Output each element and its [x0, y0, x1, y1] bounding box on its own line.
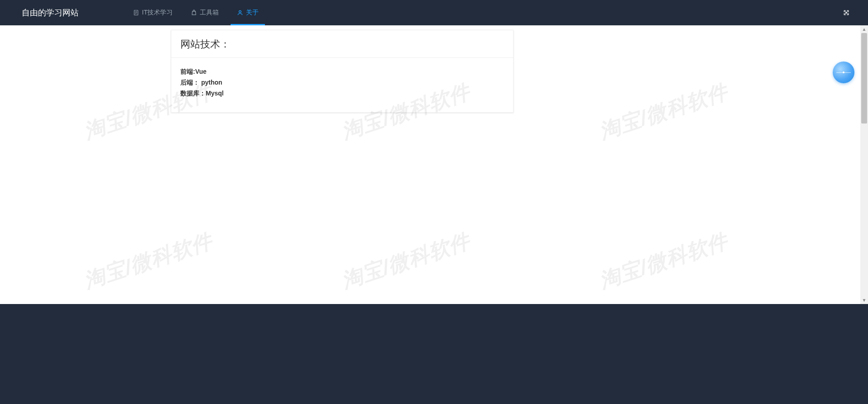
fullscreen-icon[interactable] — [843, 9, 850, 16]
user-icon — [237, 10, 243, 16]
main-content: 网站技术： 前端:Vue 后端： python 数据库：Mysql — [0, 25, 868, 304]
scroll-up-arrow-icon[interactable]: ▲ — [860, 25, 868, 33]
scrollbar-thumb[interactable] — [861, 33, 867, 124]
site-title: 自由的学习网站 — [22, 7, 79, 18]
header-right — [843, 9, 850, 16]
card-header: 网站技术： — [171, 30, 513, 58]
nav: IT技术学习 工具箱 关于 — [124, 0, 268, 25]
card-title: 网站技术： — [180, 38, 504, 51]
nav-label: 工具箱 — [200, 9, 219, 17]
svg-point-4 — [239, 10, 241, 13]
footer — [0, 304, 868, 404]
tech-row-frontend: 前端:Vue — [180, 66, 504, 77]
header: 自由的学习网站 IT技术学习 工具箱 关于 — [0, 0, 868, 25]
nav-label: IT技术学习 — [142, 9, 173, 17]
tech-row-backend: 后端： python — [180, 77, 504, 88]
scrollbar-track[interactable] — [860, 33, 868, 296]
vertical-scrollbar[interactable]: ▲ ▼ — [860, 25, 868, 304]
floating-compass-button[interactable] — [833, 62, 854, 83]
scroll-down-arrow-icon[interactable]: ▼ — [860, 296, 868, 304]
document-icon — [133, 10, 139, 16]
nav-item-toolbox[interactable]: 工具箱 — [182, 0, 228, 25]
bag-icon — [191, 10, 197, 16]
nav-item-it-tech[interactable]: IT技术学习 — [124, 0, 182, 25]
card-body: 前端:Vue 后端： python 数据库：Mysql — [171, 58, 513, 112]
nav-label: 关于 — [246, 9, 259, 17]
tech-row-database: 数据库：Mysql — [180, 88, 504, 99]
nav-item-about[interactable]: 关于 — [228, 0, 268, 25]
tech-card: 网站技术： 前端:Vue 后端： python 数据库：Mysql — [171, 30, 514, 113]
